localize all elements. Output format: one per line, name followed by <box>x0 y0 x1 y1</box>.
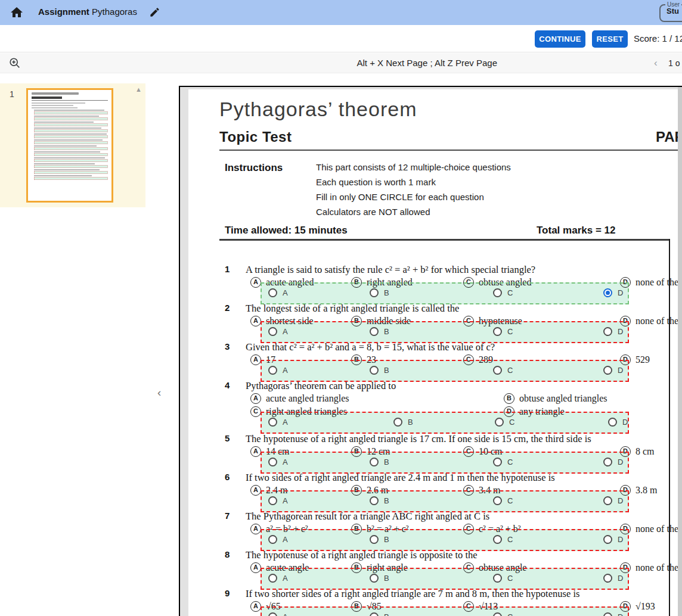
answer-radio-q1-C[interactable]: C <box>493 288 513 297</box>
answer-radio-q5-C[interactable]: C <box>493 458 513 466</box>
radio-unselected[interactable] <box>495 418 504 427</box>
option: Aacute angled triangles <box>250 393 349 404</box>
prev-page-chevron-icon[interactable]: ‹ <box>654 57 658 69</box>
answer-radio-q7-A[interactable]: A <box>268 535 288 544</box>
radio-selected[interactable] <box>603 288 612 297</box>
option-letter-badge: A <box>250 354 261 365</box>
answer-radio-q9-A[interactable]: A <box>268 612 288 616</box>
answer-radio-q3-B[interactable]: B <box>370 366 389 375</box>
radio-unselected[interactable] <box>493 288 502 297</box>
radio-unselected[interactable] <box>603 496 612 505</box>
option-text: right angled triangles <box>266 406 347 417</box>
radio-unselected[interactable] <box>493 366 502 375</box>
answer-radio-q4-A[interactable]: A <box>268 418 288 427</box>
option-letter-badge: B <box>351 354 362 365</box>
reset-button[interactable]: RESET <box>592 30 628 48</box>
radio-unselected[interactable] <box>603 458 612 466</box>
radio-unselected[interactable] <box>268 496 277 505</box>
answer-radio-q6-C[interactable]: C <box>493 496 513 505</box>
radio-unselected[interactable] <box>603 366 612 375</box>
radio-unselected[interactable] <box>493 496 502 505</box>
radio-unselected[interactable] <box>268 288 277 297</box>
answer-radio-q7-B[interactable]: B <box>370 535 389 544</box>
option-letter-badge: B <box>351 446 362 457</box>
option-letter-badge: A <box>250 601 261 612</box>
option-text: shortest side <box>266 316 314 326</box>
radio-unselected[interactable] <box>493 535 502 544</box>
radio-unselected[interactable] <box>603 612 612 616</box>
thumbnail-panel: 1 ▲ <box>0 83 145 207</box>
radio-unselected[interactable] <box>370 574 379 583</box>
radio-unselected[interactable] <box>370 327 379 336</box>
answer-radio-q8-B[interactable]: B <box>370 574 389 583</box>
answer-radio-q2-D[interactable]: D <box>603 327 623 336</box>
radio-unselected[interactable] <box>268 574 277 583</box>
answer-radio-q1-B[interactable]: B <box>370 288 389 297</box>
question-text: Pythagoras’ theorem can be applied to <box>246 380 396 392</box>
answer-radio-q8-A[interactable]: A <box>268 574 288 583</box>
answer-radio-q3-A[interactable]: A <box>268 366 288 375</box>
radio-unselected[interactable] <box>370 288 379 297</box>
radio-unselected[interactable] <box>370 458 379 466</box>
radio-unselected[interactable] <box>603 327 612 336</box>
radio-unselected[interactable] <box>393 418 402 427</box>
radio-unselected[interactable] <box>370 496 379 505</box>
radio-unselected[interactable] <box>268 535 277 544</box>
answer-radio-q6-D[interactable]: D <box>603 496 623 505</box>
edit-pencil-icon[interactable] <box>149 7 161 18</box>
scroll-up-icon[interactable]: ▲ <box>135 86 142 93</box>
option-letter-badge: D <box>620 316 631 326</box>
answer-radio-q7-D[interactable]: D <box>603 535 623 544</box>
continue-button[interactable]: CONTINUE <box>535 30 585 48</box>
home-icon[interactable] <box>10 5 24 20</box>
total-marks-text: Total marks = 12 <box>537 225 615 237</box>
answer-radio-q4-D[interactable]: D <box>608 418 628 427</box>
user-field[interactable]: User Stu <box>659 1 682 22</box>
user-field-value: Stu <box>661 7 682 15</box>
option-letter-badge: B <box>351 524 362 534</box>
answer-radio-q1-A[interactable]: A <box>268 288 288 297</box>
radio-unselected[interactable] <box>268 612 277 616</box>
radio-unselected[interactable] <box>268 458 277 466</box>
answer-radio-q8-D[interactable]: D <box>603 574 623 583</box>
zoom-in-icon[interactable] <box>8 57 21 70</box>
answer-radio-q8-C[interactable]: C <box>493 574 513 583</box>
answer-radio-q5-A[interactable]: A <box>268 458 288 466</box>
answer-radio-q5-B[interactable]: B <box>370 458 389 466</box>
radio-unselected[interactable] <box>493 574 502 583</box>
radio-unselected[interactable] <box>493 327 502 336</box>
radio-unselected[interactable] <box>608 418 617 427</box>
answer-radio-q3-C[interactable]: C <box>493 366 513 375</box>
radio-unselected[interactable] <box>268 366 277 375</box>
radio-unselected[interactable] <box>370 612 379 616</box>
option-text: acute angle <box>266 562 309 573</box>
radio-unselected[interactable] <box>268 327 277 336</box>
answer-radio-q9-D[interactable]: D <box>603 612 623 616</box>
radio-unselected[interactable] <box>603 574 612 583</box>
panel-collapse-chevron-icon[interactable]: ‹ <box>157 386 161 399</box>
radio-unselected[interactable] <box>370 535 379 544</box>
radio-unselected[interactable] <box>603 535 612 544</box>
answer-radio-q3-D[interactable]: D <box>603 366 623 375</box>
answer-radio-q2-A[interactable]: A <box>268 327 288 336</box>
answer-radio-q4-C[interactable]: C <box>495 418 514 427</box>
answer-radio-q9-B[interactable]: B <box>370 612 389 616</box>
answer-radio-q6-B[interactable]: B <box>370 496 389 505</box>
page-thumbnail[interactable] <box>26 88 113 203</box>
radio-unselected[interactable] <box>370 366 379 375</box>
answer-radio-q5-D[interactable]: D <box>603 458 623 466</box>
vertical-scrollbar[interactable] <box>678 87 682 616</box>
answer-radio-q7-C[interactable]: C <box>493 535 513 544</box>
option-text: none of these <box>636 562 678 573</box>
answer-radio-q6-A[interactable]: A <box>268 496 288 505</box>
radio-unselected[interactable] <box>493 458 502 466</box>
answer-radio-q1-D[interactable]: D <box>603 288 623 297</box>
answer-radio-q4-B[interactable]: B <box>393 418 413 427</box>
answer-radio-q9-C[interactable]: C <box>493 612 513 616</box>
option-text: hypotenuse <box>479 316 522 326</box>
option: Dnone of these <box>620 524 678 534</box>
radio-unselected[interactable] <box>268 418 277 427</box>
answer-radio-q2-B[interactable]: B <box>370 327 389 336</box>
radio-unselected[interactable] <box>493 612 502 616</box>
answer-radio-q2-C[interactable]: C <box>493 327 513 336</box>
